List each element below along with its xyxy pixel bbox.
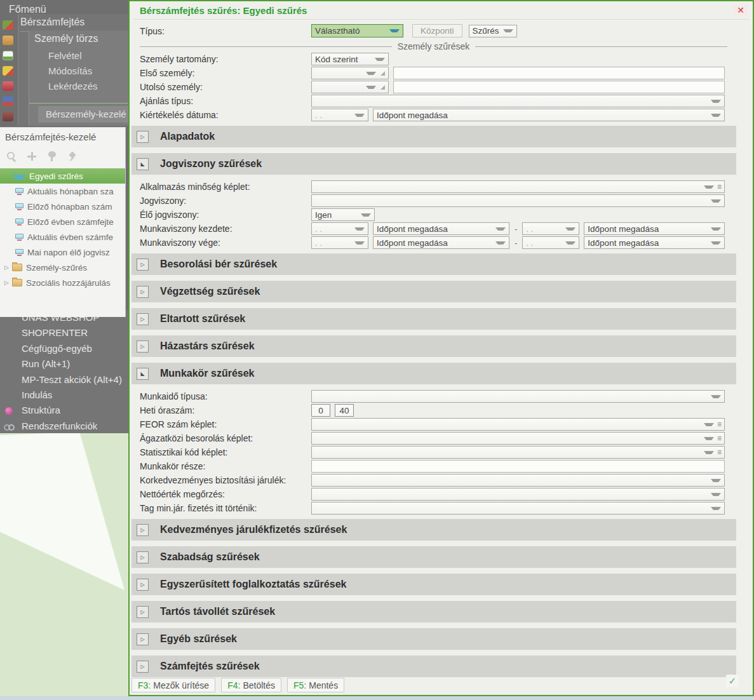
- dropdown-field[interactable]: Időpont megadása: [373, 222, 509, 235]
- menu-item-run-alt-1[interactable]: Run (Alt+1): [0, 356, 128, 372]
- chevron-right-icon[interactable]: ▷: [4, 264, 12, 271]
- menu-item-cegfuggo-egyeb[interactable]: Cégfüggő-egyéb: [0, 341, 128, 356]
- section-toggle-button[interactable]: ▷: [137, 633, 149, 645]
- date-dropdown[interactable]: . .: [311, 222, 368, 235]
- formula-dropdown[interactable]: ≡: [311, 418, 725, 431]
- footer-button-f3[interactable]: F3:Mezők ürítése: [131, 678, 215, 692]
- section-toggle-button[interactable]: ▷: [137, 313, 149, 325]
- date-dropdown[interactable]: . .: [311, 236, 368, 249]
- dropdown-field[interactable]: Időpont megadása: [373, 236, 509, 249]
- date-dropdown[interactable]: . .: [522, 222, 579, 235]
- dropdown-field[interactable]: [311, 502, 725, 515]
- section-toggle-button[interactable]: ▷: [137, 551, 149, 563]
- group-legend: Személy szűrések: [140, 41, 727, 51]
- menu-item-struktura[interactable]: Struktúra: [0, 403, 128, 418]
- section-toggle-button[interactable]: ▷: [137, 131, 149, 143]
- tree-item-egyedi-szures[interactable]: Egyedi szűrés: [0, 168, 125, 184]
- footer-button-f4[interactable]: F4:Betöltés: [221, 678, 281, 692]
- menu-item-shoprenter[interactable]: SHOPRENTER: [0, 325, 128, 340]
- app-icon-1[interactable]: [3, 20, 13, 30]
- menu-item-lekerdezes[interactable]: Lekérdezés: [48, 81, 130, 91]
- tree-icon[interactable]: [47, 151, 57, 161]
- search-icon[interactable]: [6, 151, 17, 161]
- formula-dropdown[interactable]: ≡: [311, 446, 725, 459]
- tree-item-aktualis-honapban-sza[interactable]: Aktuális hónapban sza: [0, 184, 125, 199]
- tree-item-aktualis-evben-szamfe[interactable]: Aktuális évben számfe: [0, 229, 125, 245]
- app-icon-7[interactable]: [3, 112, 13, 121]
- formula-dropdown[interactable]: ≡: [311, 432, 725, 445]
- numeric-input[interactable]: 40: [335, 404, 354, 417]
- tree-item-elozo-evben-szamfejte[interactable]: Előző évben számfejte: [0, 214, 125, 229]
- panel-title: Bérszámfejtés-kezelé: [0, 128, 125, 142]
- tree-item-szemely-szures[interactable]: ▷Személy-szűrés: [0, 260, 125, 275]
- menu-item-berszamfejtes[interactable]: Bérszámfejtés: [18, 14, 129, 28]
- field-label: Munkaidő típusa:: [140, 391, 311, 401]
- chevron-down-icon: [503, 29, 513, 32]
- app-icon-3[interactable]: [3, 51, 13, 60]
- person-combo[interactable]: [311, 67, 389, 79]
- dropdown-field[interactable]: Időpont megadása: [584, 236, 725, 249]
- section-toggle-button[interactable]: ▷: [137, 259, 149, 271]
- footer-button-f5[interactable]: F5:Mentés: [287, 678, 344, 692]
- tree-item-elozo-honapban-szam[interactable]: Előző hónapban szám: [0, 199, 125, 214]
- app-icon-6[interactable]: [3, 97, 13, 106]
- text-input[interactable]: [393, 81, 725, 93]
- section-egyszerusitett-foglalkoztatas-szuresek: ▷Egyszerűsített foglalkoztatás szűrések: [131, 574, 736, 595]
- menu-item-mp-teszt-akciok-alt-4[interactable]: MP-Teszt akciók (Alt+4): [0, 372, 128, 387]
- tree-item-szocialis-hozzajarulas[interactable]: ▷Szociális hozzájárulás: [0, 275, 125, 290]
- formula-icon: ≡: [717, 448, 721, 457]
- check-icon[interactable]: ✓: [726, 675, 739, 687]
- menu-item-indulas[interactable]: Indulás: [0, 387, 128, 403]
- person-combo[interactable]: [311, 81, 389, 93]
- text-input[interactable]: [393, 67, 725, 79]
- text-input[interactable]: [311, 460, 725, 473]
- menu-item-rendszerfunkciok[interactable]: Rendszerfunkciók: [0, 419, 128, 434]
- szures-dropdown[interactable]: Szűrés: [469, 25, 517, 37]
- dropdown-field[interactable]: [311, 390, 725, 403]
- numeric-input[interactable]: 0: [311, 404, 330, 417]
- app-icon-2[interactable]: [3, 36, 13, 45]
- dropdown-field[interactable]: Időpont megadása: [584, 222, 725, 235]
- section-toggle-button[interactable]: ◣: [137, 158, 149, 170]
- app-icon-4[interactable]: [3, 66, 13, 76]
- dropdown-field[interactable]: [311, 194, 725, 207]
- date-dropdown[interactable]: . .: [522, 236, 579, 249]
- section-toggle-button[interactable]: ▷: [137, 661, 149, 673]
- kozponti-button[interactable]: Központi: [412, 24, 462, 37]
- section-toggle-button[interactable]: ◣: [137, 368, 149, 380]
- section-toggle-button[interactable]: ▷: [137, 579, 149, 591]
- plus-icon[interactable]: [27, 151, 37, 161]
- dropdown-field[interactable]: [311, 474, 725, 487]
- formula-dropdown[interactable]: ≡: [311, 180, 725, 193]
- close-icon[interactable]: ✕: [734, 4, 748, 15]
- window-bottom-edge: [0, 696, 754, 700]
- section-toggle-button[interactable]: ▷: [137, 340, 149, 353]
- chevron-right-icon[interactable]: ▷: [4, 279, 12, 286]
- monitor-icon: [15, 203, 24, 210]
- pin-icon[interactable]: [67, 151, 77, 161]
- monitor-icon: [15, 249, 24, 256]
- app-icon-strip: [3, 20, 13, 121]
- date-dropdown[interactable]: . .: [311, 109, 368, 121]
- app-icon-5[interactable]: [3, 81, 13, 91]
- dropdown-field[interactable]: Kód szerint: [311, 53, 389, 65]
- field-label: Heti óraszám:: [140, 405, 311, 415]
- dropdown-field[interactable]: [311, 488, 725, 501]
- section-toggle-button[interactable]: ▷: [137, 524, 149, 536]
- divider: [133, 19, 749, 20]
- dropdown-field[interactable]: [311, 95, 725, 107]
- field-label: Munkakör része:: [140, 461, 311, 471]
- menu-item-szemely-torzs[interactable]: Személy törzs: [29, 30, 130, 44]
- type-dropdown[interactable]: Választható: [311, 24, 403, 37]
- menu-item-felvetel[interactable]: Felvétel: [48, 50, 130, 61]
- field-row: Alkalmazás minőség képlet:≡: [140, 180, 725, 193]
- menu-item-berszemely-kezeles[interactable]: Bérszemély-kezelé: [38, 106, 130, 123]
- section-toggle-button[interactable]: ▷: [137, 606, 149, 618]
- tree-item-mai-napon-elo-jogvisz[interactable]: Mai napon élő jogvisz: [0, 245, 125, 260]
- menu-item-modositas[interactable]: Módosítás: [48, 65, 130, 76]
- dropdown-field[interactable]: Időpont megadása: [373, 109, 725, 121]
- chevron-down-icon: [354, 227, 365, 231]
- field-row: Személy tartomány:Kód szerint: [140, 53, 725, 65]
- dropdown-field[interactable]: Igen: [311, 208, 375, 221]
- section-toggle-button[interactable]: ▷: [137, 286, 149, 298]
